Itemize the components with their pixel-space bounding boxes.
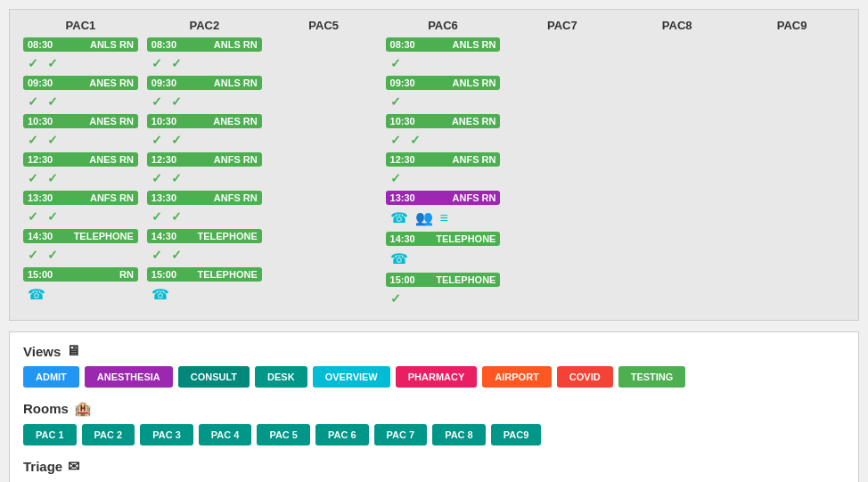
pac2-header: PAC2 (147, 19, 262, 32)
pac8-column: PAC8 (619, 19, 734, 311)
checks-pac1-1230: ✓✓ (23, 169, 138, 187)
slot-pac1-1330[interactable]: 13:30ANFS RN (23, 191, 138, 205)
slot-pac2-1430[interactable]: 14:30TELEPHONE (147, 229, 262, 243)
icons-pac6-1430: ☎ (386, 249, 501, 269)
pac3-room-button[interactable]: PAC 3 (140, 424, 193, 445)
pac6-header: PAC6 (386, 19, 501, 32)
phone2-icon: ☎ (390, 250, 408, 267)
checks-pac2-1230: ✓✓ (147, 169, 262, 187)
rooms-label: Rooms 🏨 (23, 400, 845, 417)
pac6-column: PAC6 08:30ANLS RN ✓ 09:30ANLS RN ✓ 10:30… (381, 19, 505, 311)
icons-pac1-1500: ☎ (23, 284, 138, 305)
pac7-column: PAC7 (504, 19, 619, 311)
slot-pac1-1500[interactable]: 15:00RN (23, 267, 138, 282)
admit-button[interactable]: ADMIT (23, 366, 79, 388)
building-icon: 🏨 (74, 400, 92, 417)
main-container: PAC1 08:30ANLS RN ✓✓ 09:30ANES RN ✓✓ 10:… (0, 0, 868, 482)
rooms-button-row: PAC 1 PAC 2 PAC 3 PAC 4 PAC 5 PAC 6 PAC … (23, 424, 845, 445)
pac7-room-button[interactable]: PAC 7 (374, 424, 428, 445)
pac1-room-button[interactable]: PAC 1 (23, 424, 77, 445)
slot-pac1-1230[interactable]: 12:30ANES RN (23, 152, 138, 167)
pac2-column: PAC2 08:30ANLS RN ✓✓ 09:30ANLS RN ✓✓ 10:… (143, 19, 266, 311)
checks-pac1-1430: ✓✓ (23, 246, 138, 264)
checks-pac6-0830: ✓ (386, 54, 501, 72)
pac1-column: PAC1 08:30ANLS RN ✓✓ 09:30ANES RN ✓✓ 10:… (19, 19, 143, 311)
pac5-room-button[interactable]: PAC 5 (257, 424, 310, 445)
slot-pac2-0930[interactable]: 09:30ANLS RN (147, 76, 262, 90)
checks-pac6-0930: ✓ (386, 93, 501, 110)
pharmacy-button[interactable]: PHARMACY (396, 366, 478, 388)
checks-pac1-1330: ✓✓ (23, 208, 138, 225)
slot-pac1-1430[interactable]: 14:30TELEPHONE (23, 229, 138, 243)
views-text: Views (23, 344, 61, 359)
slot-pac2-1230[interactable]: 12:30ANFS RN (147, 152, 262, 167)
slot-pac2-0830[interactable]: 08:30ANLS RN (147, 37, 262, 52)
checks-pac1-1030: ✓✓ (23, 131, 138, 149)
pac5-header: PAC5 (266, 19, 381, 32)
slot-pac6-1230[interactable]: 12:30ANFS RN (386, 152, 501, 167)
airport-button[interactable]: AIRPORT (482, 366, 552, 388)
slot-pac6-1500[interactable]: 15:00TELEPHONE (386, 273, 501, 287)
pac2-room-button[interactable]: PAC 2 (82, 424, 135, 445)
monitor-icon: 🖥 (66, 343, 80, 359)
slot-pac2-1030[interactable]: 10:30ANES RN (147, 114, 262, 128)
views-button-row: ADMIT ANESTHESIA CONSULT DESK OVERVIEW P… (23, 366, 845, 388)
checks-pac2-1430: ✓✓ (147, 246, 262, 264)
pac9-room-button[interactable]: PAC9 (491, 424, 542, 445)
list-icon: ≡ (440, 210, 448, 226)
slot-pac6-1430[interactable]: 14:30TELEPHONE (386, 232, 501, 246)
bottom-section: Views 🖥 ADMIT ANESTHESIA CONSULT DESK OV… (9, 331, 859, 482)
checks-pac2-0930: ✓✓ (147, 93, 262, 110)
checks-pac6-1230: ✓ (386, 169, 501, 187)
desk-button[interactable]: DESK (255, 366, 307, 388)
slot-pac1-1030[interactable]: 10:30ANES RN (23, 114, 138, 128)
pac8-room-button[interactable]: PAC 8 (432, 424, 486, 445)
checks-pac2-0830: ✓✓ (147, 54, 262, 72)
pac4-room-button[interactable]: PAC 4 (199, 424, 252, 445)
pac8-header: PAC8 (619, 19, 734, 32)
covid-views-button[interactable]: COVID (557, 366, 613, 388)
envelope-icon: ✉ (68, 458, 79, 475)
slot-pac2-1500[interactable]: 15:00TELEPHONE (147, 267, 262, 282)
pac1-header: PAC1 (23, 19, 138, 32)
overview-button[interactable]: OVERVIEW (313, 366, 390, 388)
phone-icon: ☎ (28, 286, 45, 303)
people-icon: 👥 (415, 209, 433, 226)
slot-pac2-1330[interactable]: 13:30ANFS RN (147, 191, 262, 205)
slot-pac1-0830[interactable]: 08:30ANLS RN (23, 37, 138, 52)
rooms-text: Rooms (23, 401, 69, 416)
checks-pac1-0830: ✓✓ (23, 54, 138, 72)
schedule-area: PAC1 08:30ANLS RN ✓✓ 09:30ANES RN ✓✓ 10:… (9, 9, 859, 321)
consult-button[interactable]: CONSULT (178, 366, 250, 388)
slot-pac6-1330[interactable]: 13:30ANFS RN (386, 191, 501, 205)
pac6-room-button[interactable]: PAC 6 (315, 424, 369, 445)
pac5-column: PAC5 (266, 19, 381, 311)
pac9-header: PAC9 (734, 19, 849, 32)
checks-pac6-1500: ✓ (386, 290, 501, 307)
triage-text: Triage (23, 459, 62, 474)
icons-pac6-1330: ☎ 👥 ≡ (386, 208, 501, 228)
icons-pac2-1500: ☎ (147, 284, 262, 305)
checks-pac1-0930: ✓✓ (23, 93, 138, 110)
phone-icon: ☎ (390, 209, 408, 226)
slot-pac6-0930[interactable]: 09:30ANLS RN (386, 76, 501, 90)
checks-pac6-1030: ✓✓ (386, 131, 501, 149)
checks-pac2-1330: ✓✓ (147, 208, 262, 225)
slot-pac1-0930[interactable]: 09:30ANES RN (23, 76, 138, 90)
phone-icon: ☎ (151, 286, 169, 303)
views-label: Views 🖥 (23, 343, 845, 359)
testing-button[interactable]: TESTING (618, 366, 686, 388)
checks-pac2-1030: ✓✓ (147, 131, 262, 149)
slot-pac6-0830[interactable]: 08:30ANLS RN (386, 37, 501, 52)
slot-pac6-1030[interactable]: 10:30ANES RN (386, 114, 501, 128)
pac9-column: PAC9 (734, 19, 849, 311)
pac7-header: PAC7 (504, 19, 619, 32)
anesthesia-button[interactable]: ANESTHESIA (85, 366, 173, 388)
triage-label: Triage ✉ (23, 458, 845, 475)
